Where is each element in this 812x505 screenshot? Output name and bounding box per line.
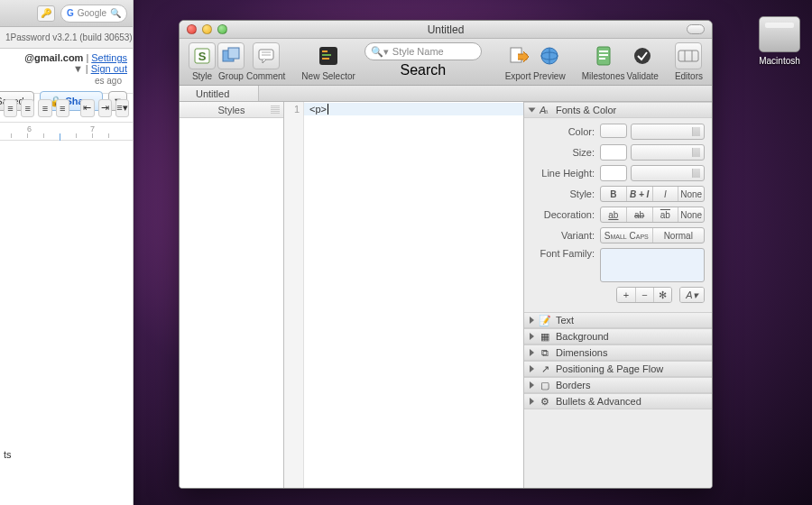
align-left-icon[interactable]: ≡ — [4, 99, 17, 117]
disclosure-triangle-icon[interactable] — [530, 381, 534, 389]
style-none[interactable]: None — [678, 187, 704, 201]
font-picker-button[interactable]: A ▾ — [679, 287, 705, 303]
css-editor-window: Untitled S Style Group Comment New Selec… — [179, 20, 713, 489]
background-browser-window: 🔑 G Google 🔍 1Password v3.2.1 (build 306… — [0, 0, 134, 505]
disclosure-triangle-icon[interactable] — [529, 108, 536, 113]
line-gutter: 1 — [284, 102, 304, 488]
remove-font-button[interactable]: − — [635, 288, 653, 302]
section-background[interactable]: ▦ Background — [524, 328, 712, 344]
toolbar-validate[interactable]: Validate — [626, 42, 658, 81]
font-family-label: Font Family: — [531, 248, 595, 259]
style-italic[interactable]: I — [652, 187, 678, 201]
window-titlebar[interactable]: Untitled — [180, 21, 712, 39]
color-swatch[interactable] — [600, 124, 627, 138]
toolbar-new-selector[interactable]: New Selector — [301, 42, 355, 81]
decoration-strike[interactable]: ab — [626, 207, 652, 222]
doc-page[interactable] — [0, 141, 133, 505]
add-font-button[interactable]: + — [617, 288, 635, 302]
document-tabbar: Untitled — [180, 86, 712, 102]
line-spacing-icon[interactable]: ≡▾ — [115, 99, 129, 117]
section-positioning-label: Positioning & Page Flow — [556, 363, 663, 374]
editors-icon — [678, 50, 699, 62]
doc-header-bar: @gmail.com|Settings ▼|Sign out es ago Sa… — [0, 49, 133, 94]
svg-rect-18 — [599, 58, 605, 60]
toolbar-comment[interactable]: Comment — [246, 42, 285, 81]
line-height-input[interactable] — [600, 165, 627, 181]
size-unit-combo[interactable] — [631, 144, 705, 161]
toolbar-search-label: Search — [400, 62, 446, 78]
variant-normal[interactable]: Normal — [652, 228, 705, 243]
inspector-panel: Aa Fonts & Color Color: Size: Line Heigh… — [524, 102, 712, 488]
decoration-underline[interactable]: ab — [601, 207, 626, 222]
variant-smallcaps[interactable]: Small Caps — [601, 228, 652, 243]
zoom-icon[interactable] — [217, 24, 227, 34]
toolbar-preview-label: Preview — [533, 71, 566, 81]
toolbar-style[interactable]: S Style — [189, 42, 216, 81]
code-editor[interactable]: 1 <p> — [284, 102, 524, 488]
disclosure-triangle-icon[interactable] — [530, 365, 534, 372]
milestones-icon — [594, 45, 614, 67]
disclosure-triangle-icon[interactable] — [530, 398, 534, 405]
tab-untitled[interactable]: Untitled — [180, 86, 259, 101]
toolbar-toggle-button[interactable] — [687, 24, 705, 34]
toolbar-validate-label: Validate — [626, 71, 658, 81]
align-right-icon[interactable]: ≡ — [38, 99, 51, 117]
svg-text:a: a — [544, 107, 549, 115]
section-positioning[interactable]: ↗ Positioning & Page Flow — [524, 361, 712, 377]
align-center-icon[interactable]: ≡ — [21, 99, 34, 117]
font-picker-label: A — [686, 289, 692, 300]
style-segmented[interactable]: B B + I I None — [600, 186, 705, 202]
decoration-none[interactable]: None — [678, 207, 704, 222]
toolbar-style-label: Style — [192, 71, 212, 81]
font-action-button[interactable]: ✻ — [653, 288, 671, 302]
disclosure-triangle-icon[interactable] — [530, 333, 534, 340]
sidebar-grip-icon[interactable] — [271, 106, 280, 115]
style-bold[interactable]: B — [601, 187, 626, 201]
disclosure-triangle-icon[interactable] — [530, 349, 534, 356]
close-icon[interactable] — [187, 24, 197, 34]
style-bold-italic[interactable]: B + I — [626, 187, 652, 201]
browser-search-placeholder: Google — [78, 8, 106, 18]
toolbar-preview[interactable]: Preview — [533, 42, 566, 81]
ruler-mark-7: 7 — [90, 124, 95, 133]
section-borders[interactable]: ▢ Borders — [524, 377, 712, 393]
ruler-mark-6: 6 — [27, 124, 32, 133]
main-toolbar: S Style Group Comment New Selector 🔍▾ St… — [180, 39, 712, 86]
toolbar-export[interactable]: Export — [504, 42, 531, 81]
color-combo[interactable] — [631, 124, 705, 140]
toolbar-milestones[interactable]: Milestones — [582, 42, 625, 81]
desktop-drive-icon[interactable]: Macintosh — [752, 16, 807, 66]
onepassword-icon[interactable]: 🔑 — [37, 5, 55, 22]
font-family-input[interactable] — [600, 248, 705, 282]
svg-rect-9 — [322, 54, 331, 56]
signout-link[interactable]: Sign out — [91, 63, 127, 74]
disclosure-triangle-icon[interactable] — [530, 317, 534, 324]
variant-segmented[interactable]: Small Caps Normal — [600, 227, 705, 243]
section-text-label: Text — [556, 315, 574, 326]
font-family-list-buttons: + − ✻ — [616, 287, 672, 303]
section-text[interactable]: 📝 Text — [524, 312, 712, 328]
line-height-unit-combo[interactable] — [631, 165, 705, 181]
section-fonts-color[interactable]: Aa Fonts & Color — [524, 102, 712, 118]
indent-decrease-icon[interactable]: ⇤ — [80, 99, 94, 117]
toolbar-editors[interactable]: Editors — [675, 42, 703, 81]
minimize-icon[interactable] — [202, 24, 212, 34]
align-justify-icon[interactable]: ≡ — [56, 99, 69, 117]
doc-partial-text: ts — [4, 449, 12, 460]
export-icon — [507, 45, 529, 67]
size-input[interactable] — [600, 144, 627, 161]
indent-increase-icon[interactable]: ⇥ — [98, 99, 112, 117]
settings-link[interactable]: Settings — [91, 52, 127, 63]
toolbar-search-field[interactable]: 🔍▾ Style Name — [364, 42, 482, 60]
toolbar-group[interactable]: Group — [217, 42, 245, 81]
sidebar-header: Styles — [180, 102, 283, 118]
decoration-segmented[interactable]: ab ab ab None — [600, 207, 705, 223]
section-dimensions[interactable]: ⧉ Dimensions — [524, 344, 712, 361]
svg-rect-3 — [228, 48, 239, 59]
doc-timestamp: es ago — [95, 76, 122, 86]
toolbar-editors-label: Editors — [675, 71, 703, 81]
section-bullets[interactable]: ⚙ Bullets & Advanced — [524, 393, 712, 409]
browser-search-field[interactable]: G Google 🔍 — [60, 5, 127, 23]
decoration-overline[interactable]: ab — [652, 207, 678, 222]
fonts-color-icon: Aa — [540, 105, 550, 115]
